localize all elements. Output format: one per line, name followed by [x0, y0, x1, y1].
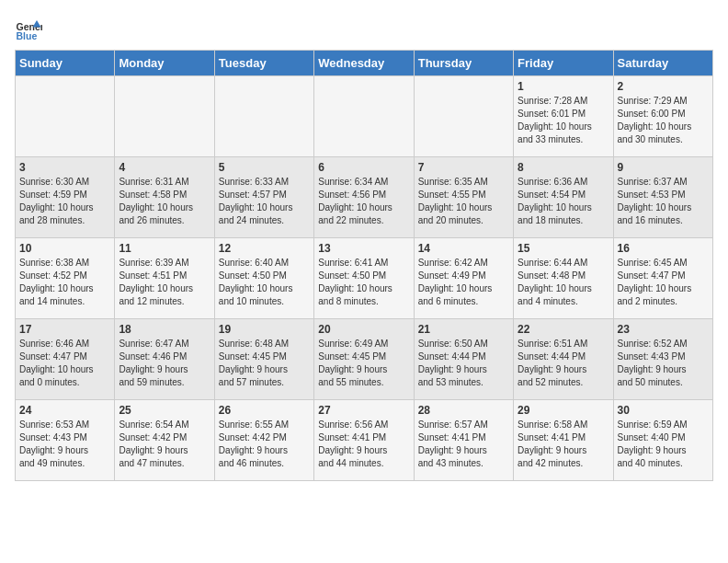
calendar-day-cell: 11Sunrise: 6:39 AM Sunset: 4:51 PM Dayli…: [115, 238, 214, 319]
day-number: 8: [518, 161, 609, 174]
day-number: 1: [518, 80, 609, 93]
day-number: 21: [418, 323, 509, 336]
day-info: Sunrise: 7:28 AM Sunset: 6:01 PM Dayligh…: [518, 95, 609, 146]
day-number: 23: [618, 323, 709, 336]
day-number: 4: [119, 161, 210, 174]
calendar-day-cell: 13Sunrise: 6:41 AM Sunset: 4:50 PM Dayli…: [314, 238, 414, 319]
day-number: 22: [518, 323, 609, 336]
day-info: Sunrise: 6:48 AM Sunset: 4:45 PM Dayligh…: [219, 338, 310, 389]
calendar-day-cell: 7Sunrise: 6:35 AM Sunset: 4:55 PM Daylig…: [414, 157, 513, 238]
day-number: 25: [119, 404, 210, 417]
day-number: 18: [119, 323, 210, 336]
day-number: 24: [19, 404, 110, 417]
calendar-day-cell: 4Sunrise: 6:31 AM Sunset: 4:58 PM Daylig…: [115, 157, 214, 238]
calendar-day-cell: 5Sunrise: 6:33 AM Sunset: 4:57 PM Daylig…: [214, 157, 313, 238]
day-info: Sunrise: 6:59 AM Sunset: 4:40 PM Dayligh…: [618, 419, 709, 470]
calendar-day-cell: 12Sunrise: 6:40 AM Sunset: 4:50 PM Dayli…: [214, 238, 313, 319]
weekday-header: Friday: [514, 51, 613, 76]
calendar-day-cell: [414, 76, 513, 157]
day-info: Sunrise: 6:46 AM Sunset: 4:47 PM Dayligh…: [19, 338, 110, 389]
page-header: General Blue: [15, 15, 713, 42]
calendar-day-cell: 18Sunrise: 6:47 AM Sunset: 4:46 PM Dayli…: [115, 319, 214, 400]
day-info: Sunrise: 6:37 AM Sunset: 4:53 PM Dayligh…: [618, 176, 709, 227]
calendar-day-cell: 17Sunrise: 6:46 AM Sunset: 4:47 PM Dayli…: [16, 319, 115, 400]
day-number: 26: [219, 404, 310, 417]
day-number: 30: [618, 404, 709, 417]
calendar-week-row: 3Sunrise: 6:30 AM Sunset: 4:59 PM Daylig…: [16, 157, 713, 238]
day-info: Sunrise: 6:51 AM Sunset: 4:44 PM Dayligh…: [518, 338, 609, 389]
calendar-day-cell: 3Sunrise: 6:30 AM Sunset: 4:59 PM Daylig…: [16, 157, 115, 238]
day-number: 19: [219, 323, 310, 336]
calendar-day-cell: 28Sunrise: 6:57 AM Sunset: 4:41 PM Dayli…: [414, 400, 513, 481]
day-info: Sunrise: 6:42 AM Sunset: 4:49 PM Dayligh…: [418, 257, 509, 308]
day-number: 17: [19, 323, 110, 336]
day-info: Sunrise: 6:56 AM Sunset: 4:41 PM Dayligh…: [318, 419, 409, 470]
day-info: Sunrise: 6:50 AM Sunset: 4:44 PM Dayligh…: [418, 338, 509, 389]
calendar-day-cell: 26Sunrise: 6:55 AM Sunset: 4:42 PM Dayli…: [214, 400, 313, 481]
day-number: 2: [618, 80, 709, 93]
day-number: 15: [518, 242, 609, 255]
day-number: 14: [418, 242, 509, 255]
weekday-header: Wednesday: [314, 51, 414, 76]
calendar-day-cell: 14Sunrise: 6:42 AM Sunset: 4:49 PM Dayli…: [414, 238, 513, 319]
day-number: 27: [318, 404, 409, 417]
day-info: Sunrise: 6:33 AM Sunset: 4:57 PM Dayligh…: [219, 176, 310, 227]
calendar-day-cell: 24Sunrise: 6:53 AM Sunset: 4:43 PM Dayli…: [16, 400, 115, 481]
calendar-day-cell: 6Sunrise: 6:34 AM Sunset: 4:56 PM Daylig…: [314, 157, 414, 238]
day-number: 11: [119, 242, 210, 255]
day-number: 29: [518, 404, 609, 417]
day-info: Sunrise: 6:47 AM Sunset: 4:46 PM Dayligh…: [119, 338, 210, 389]
day-info: Sunrise: 6:44 AM Sunset: 4:48 PM Dayligh…: [518, 257, 609, 308]
day-number: 6: [318, 161, 409, 174]
logo: General Blue: [15, 15, 42, 42]
day-info: Sunrise: 6:55 AM Sunset: 4:42 PM Dayligh…: [219, 419, 310, 470]
weekday-header: Saturday: [613, 51, 712, 76]
day-number: 9: [618, 161, 709, 174]
day-number: 3: [19, 161, 110, 174]
calendar-day-cell: 1Sunrise: 7:28 AM Sunset: 6:01 PM Daylig…: [514, 76, 613, 157]
day-info: Sunrise: 7:29 AM Sunset: 6:00 PM Dayligh…: [618, 95, 709, 146]
weekday-header: Sunday: [16, 51, 115, 76]
calendar-table: SundayMondayTuesdayWednesdayThursdayFrid…: [15, 50, 713, 481]
calendar-week-row: 17Sunrise: 6:46 AM Sunset: 4:47 PM Dayli…: [16, 319, 713, 400]
day-number: 28: [418, 404, 509, 417]
calendar-day-cell: 23Sunrise: 6:52 AM Sunset: 4:43 PM Dayli…: [613, 319, 712, 400]
day-info: Sunrise: 6:41 AM Sunset: 4:50 PM Dayligh…: [318, 257, 409, 308]
day-info: Sunrise: 6:34 AM Sunset: 4:56 PM Dayligh…: [318, 176, 409, 227]
calendar-day-cell: 10Sunrise: 6:38 AM Sunset: 4:52 PM Dayli…: [16, 238, 115, 319]
calendar-header: SundayMondayTuesdayWednesdayThursdayFrid…: [16, 51, 713, 76]
day-number: 20: [318, 323, 409, 336]
day-info: Sunrise: 6:54 AM Sunset: 4:42 PM Dayligh…: [119, 419, 210, 470]
calendar-day-cell: [16, 76, 115, 157]
calendar-week-row: 10Sunrise: 6:38 AM Sunset: 4:52 PM Dayli…: [16, 238, 713, 319]
day-info: Sunrise: 6:30 AM Sunset: 4:59 PM Dayligh…: [19, 176, 110, 227]
calendar-day-cell: 15Sunrise: 6:44 AM Sunset: 4:48 PM Dayli…: [514, 238, 613, 319]
calendar-week-row: 1Sunrise: 7:28 AM Sunset: 6:01 PM Daylig…: [16, 76, 713, 157]
calendar-day-cell: 19Sunrise: 6:48 AM Sunset: 4:45 PM Dayli…: [214, 319, 313, 400]
day-number: 5: [219, 161, 310, 174]
weekday-header: Monday: [115, 51, 214, 76]
calendar-day-cell: 29Sunrise: 6:58 AM Sunset: 4:41 PM Dayli…: [514, 400, 613, 481]
day-number: 16: [618, 242, 709, 255]
calendar-day-cell: 27Sunrise: 6:56 AM Sunset: 4:41 PM Dayli…: [314, 400, 414, 481]
day-info: Sunrise: 6:57 AM Sunset: 4:41 PM Dayligh…: [418, 419, 509, 470]
day-info: Sunrise: 6:38 AM Sunset: 4:52 PM Dayligh…: [19, 257, 110, 308]
calendar-day-cell: 9Sunrise: 6:37 AM Sunset: 4:53 PM Daylig…: [613, 157, 712, 238]
calendar-day-cell: 2Sunrise: 7:29 AM Sunset: 6:00 PM Daylig…: [613, 76, 712, 157]
calendar-day-cell: 25Sunrise: 6:54 AM Sunset: 4:42 PM Dayli…: [115, 400, 214, 481]
logo-icon: General Blue: [15, 15, 42, 42]
calendar-day-cell: 22Sunrise: 6:51 AM Sunset: 4:44 PM Dayli…: [514, 319, 613, 400]
weekday-header: Tuesday: [214, 51, 313, 76]
calendar-day-cell: 20Sunrise: 6:49 AM Sunset: 4:45 PM Dayli…: [314, 319, 414, 400]
calendar-week-row: 24Sunrise: 6:53 AM Sunset: 4:43 PM Dayli…: [16, 400, 713, 481]
calendar-day-cell: 8Sunrise: 6:36 AM Sunset: 4:54 PM Daylig…: [514, 157, 613, 238]
day-info: Sunrise: 6:45 AM Sunset: 4:47 PM Dayligh…: [618, 257, 709, 308]
day-info: Sunrise: 6:40 AM Sunset: 4:50 PM Dayligh…: [219, 257, 310, 308]
calendar-day-cell: 30Sunrise: 6:59 AM Sunset: 4:40 PM Dayli…: [613, 400, 712, 481]
day-info: Sunrise: 6:58 AM Sunset: 4:41 PM Dayligh…: [518, 419, 609, 470]
calendar-day-cell: 16Sunrise: 6:45 AM Sunset: 4:47 PM Dayli…: [613, 238, 712, 319]
day-number: 10: [19, 242, 110, 255]
day-info: Sunrise: 6:49 AM Sunset: 4:45 PM Dayligh…: [318, 338, 409, 389]
day-number: 7: [418, 161, 509, 174]
weekday-header: Thursday: [414, 51, 513, 76]
